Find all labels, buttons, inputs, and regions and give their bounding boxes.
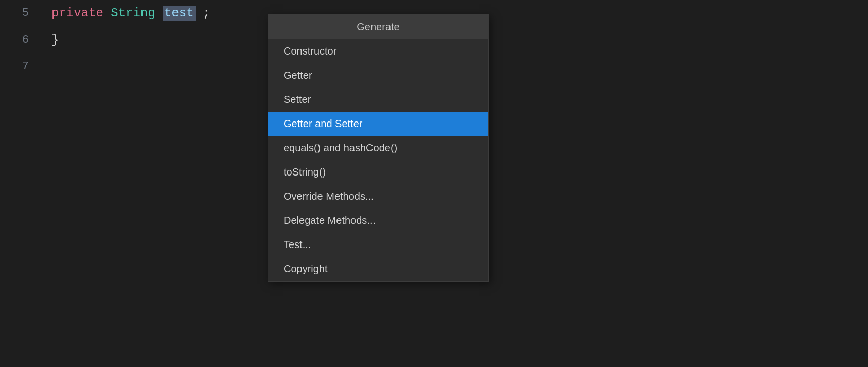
code-content-6: } — [41, 27, 59, 54]
line-number-5: 5 — [0, 0, 41, 27]
menu-item-override-methods[interactable]: Override Methods... — [268, 184, 488, 208]
menu-item-delegate-methods[interactable]: Delegate Methods... — [268, 208, 488, 233]
context-menu-header: Generate — [268, 15, 488, 39]
line-number-7: 7 — [0, 54, 41, 80]
menu-item-tostring[interactable]: toString() — [268, 160, 488, 184]
menu-item-getter-setter[interactable]: Getter and Setter — [268, 112, 488, 136]
context-menu: Generate Constructor Getter Setter Gette… — [268, 14, 489, 282]
menu-item-constructor[interactable]: Constructor — [268, 39, 488, 63]
editor-area: 5 private String test ; 6 } 7 Generate C… — [0, 0, 868, 367]
menu-item-test[interactable]: Test... — [268, 233, 488, 257]
closing-brace: } — [51, 33, 59, 47]
menu-item-copyright[interactable]: Copyright — [268, 257, 488, 281]
semicolon: ; — [203, 6, 210, 20]
menu-item-getter[interactable]: Getter — [268, 63, 488, 88]
code-content-5: private String test ; — [41, 0, 210, 27]
keyword-string: String — [111, 6, 155, 20]
menu-item-equals-hashcode[interactable]: equals() and hashCode() — [268, 136, 488, 160]
keyword-private: private — [51, 6, 103, 20]
menu-item-setter[interactable]: Setter — [268, 88, 488, 112]
line-number-6: 6 — [0, 27, 41, 54]
variable-test: test — [163, 6, 196, 21]
